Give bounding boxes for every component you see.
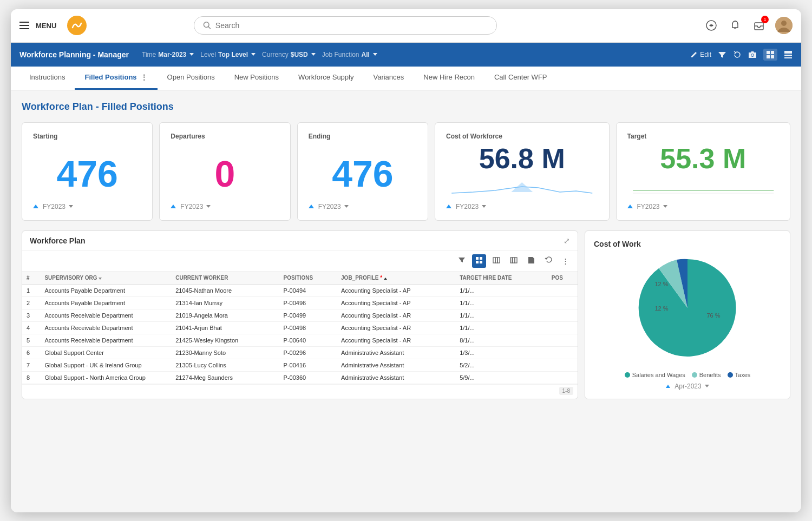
cell-position: P-00416 (279, 359, 337, 371)
legend-label-salaries: Salaries and Wages (632, 372, 685, 378)
legend-taxes: Taxes (728, 372, 751, 378)
tab-new-hire-recon[interactable]: New Hire Recon (414, 66, 484, 90)
svg-rect-21 (480, 257, 482, 260)
starting-card: Starting 476 FY2023 (22, 122, 153, 221)
grid-button[interactable] (763, 49, 777, 61)
cell-num: 6 (22, 346, 40, 359)
svg-rect-20 (476, 257, 479, 260)
ending-period[interactable]: FY2023 (309, 203, 417, 210)
undo-toolbar-btn[interactable] (541, 254, 555, 268)
workforce-table: # SUPERVISORY ORG CURRENT WORKER POSITIO… (22, 272, 578, 384)
hide-toolbar-btn[interactable] (507, 254, 521, 268)
svg-rect-23 (480, 261, 482, 263)
inbox-icon[interactable]: 1 (751, 18, 767, 33)
time-selector[interactable]: Time Mar-2023 (142, 51, 194, 58)
cell-job-profile: Accounting Specialist - AP (337, 284, 455, 296)
workday-logo (67, 16, 87, 35)
columns-toolbar-btn[interactable] (489, 254, 503, 268)
cost-of-work-period[interactable]: Apr-2023 (666, 382, 709, 390)
col-supervisory-org[interactable]: SUPERVISORY ORG (40, 272, 171, 285)
user-avatar[interactable] (775, 17, 793, 34)
svg-rect-14 (784, 51, 792, 54)
cell-num: 4 (22, 321, 40, 334)
table-row: 8 Global Support - North America Group 2… (22, 371, 578, 384)
save-toolbar-btn[interactable] (524, 254, 538, 268)
col-hire-date[interactable]: TARGET HIRE DATE (455, 272, 547, 285)
starting-label: Starting (33, 133, 141, 140)
currency-selector[interactable]: Currency $USD (262, 51, 316, 58)
cell-hire-date: 8/1/... (455, 334, 547, 346)
cell-hire-date: 5/9/... (455, 371, 547, 384)
svg-point-9 (751, 54, 754, 56)
cell-worker: 21314-Ian Murray (171, 296, 279, 309)
cost-of-workforce-card: Cost of Workforce 56.8 M FY2023 (435, 122, 609, 221)
edit-button[interactable]: Edit (690, 51, 711, 58)
cell-num: 7 (22, 359, 40, 371)
legend-dot-taxes (728, 372, 733, 378)
tab-instructions[interactable]: Instructions (19, 66, 75, 90)
tab-filled-positions[interactable]: Filled Positions ⋮ (75, 66, 157, 90)
tab-call-center-wfp[interactable]: Call Center WFP (484, 66, 557, 90)
layout-button[interactable] (784, 50, 793, 59)
camera-button[interactable] (748, 50, 757, 59)
cost-sparkline (446, 177, 598, 199)
tab-variances[interactable]: Variances (363, 66, 414, 90)
col-num: # (22, 272, 40, 285)
cell-job-profile: Administrative Assistant (337, 359, 455, 371)
cost-of-workforce-period[interactable]: FY2023 (446, 203, 598, 210)
svg-line-2 (208, 27, 210, 28)
notification-icon[interactable] (728, 18, 743, 33)
filter-toolbar-btn[interactable] (455, 254, 469, 268)
ending-card: Ending 476 FY2023 (297, 122, 428, 221)
filter-button[interactable] (718, 50, 726, 59)
grid-toolbar-btn[interactable] (472, 254, 486, 268)
departures-card: Departures 0 FY2023 (159, 122, 290, 221)
workforce-plan-card: Workforce Plan ⤢ (22, 230, 578, 399)
starting-period[interactable]: FY2023 (33, 203, 141, 210)
target-sparkline (627, 177, 779, 199)
search-bar[interactable] (194, 16, 497, 35)
cell-hire-date: 5/2/... (455, 359, 547, 371)
cell-job-profile: Accounting Specialist - AR (337, 309, 455, 321)
cell-pos (547, 321, 578, 334)
main-content: Workforce Plan - Filled Positions Starti… (11, 90, 801, 512)
cell-pos (547, 296, 578, 309)
cell-org: Accounts Payable Department (40, 296, 171, 309)
svg-rect-29 (515, 258, 517, 263)
level-selector[interactable]: Level Top Level (200, 51, 256, 58)
tab-new-positions[interactable]: New Positions (225, 66, 289, 90)
bottom-row: Workforce Plan ⤢ (22, 230, 790, 399)
departures-label: Departures (171, 133, 279, 140)
col-positions[interactable]: POSITIONS (279, 272, 337, 285)
tab-more-options[interactable]: ⋮ (140, 73, 148, 82)
col-pos[interactable]: POS (547, 272, 578, 285)
cell-job-profile: Accounting Specialist - AR (337, 334, 455, 346)
col-current-worker[interactable]: CURRENT WORKER (171, 272, 279, 285)
cell-pos (547, 359, 578, 371)
refresh-button[interactable] (733, 50, 742, 59)
more-toolbar-btn[interactable]: ⋮ (559, 255, 572, 267)
expand-button[interactable]: ⤢ (564, 236, 570, 245)
cell-position: P-00499 (279, 309, 337, 321)
cell-hire-date: 1/1/... (455, 309, 547, 321)
svg-rect-15 (784, 55, 792, 56)
target-label: Target (627, 133, 779, 140)
target-period[interactable]: FY2023 (627, 203, 779, 210)
cell-worker: 21041-Arjun Bhat (171, 321, 279, 334)
pie-legend: Salaries and Wages Benefits Taxes (625, 372, 751, 378)
cell-num: 3 (22, 309, 40, 321)
tab-open-positions[interactable]: Open Positions (158, 66, 225, 90)
col-job-profile[interactable]: JOB_PROFILE * (337, 272, 455, 285)
cell-position: P-00494 (279, 284, 337, 296)
table-row: 7 Global Support - UK & Ireland Group 21… (22, 359, 578, 371)
hamburger-menu[interactable] (19, 22, 29, 29)
cell-pos (547, 334, 578, 346)
message-icon[interactable] (704, 18, 719, 33)
tab-workforce-supply[interactable]: Workforce Supply (289, 66, 363, 90)
job-function-selector[interactable]: Job Function All (322, 51, 377, 58)
departures-period[interactable]: FY2023 (171, 203, 279, 210)
ending-label: Ending (309, 133, 417, 140)
search-input[interactable] (215, 21, 488, 30)
cell-num: 5 (22, 334, 40, 346)
cell-job-profile: Accounting Specialist - AP (337, 296, 455, 309)
